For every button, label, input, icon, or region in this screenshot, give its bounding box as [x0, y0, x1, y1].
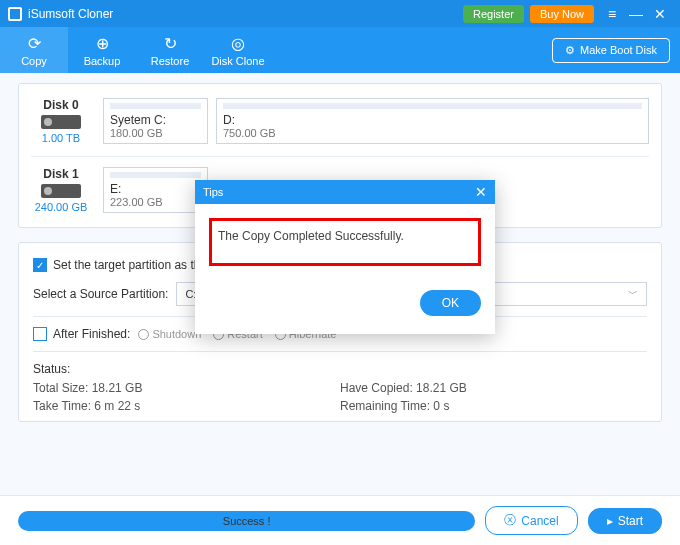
cancel-label: Cancel: [521, 514, 558, 528]
partitions: Syetem C: 180.00 GB D: 750.00 GB: [103, 98, 649, 144]
disk-info: Disk 0 1.00 TB: [31, 98, 91, 144]
after-finished-label: After Finished:: [53, 327, 130, 341]
partition-name: D:: [223, 113, 642, 127]
partition-d[interactable]: D: 750.00 GB: [216, 98, 649, 144]
tab-backup[interactable]: ⊕ Backup: [68, 27, 136, 73]
set-target-checkbox[interactable]: ✓: [33, 258, 47, 272]
partition-size: 180.00 GB: [110, 127, 201, 139]
radio-label: Shutdown: [152, 328, 201, 340]
dialog-title: Tips: [203, 186, 223, 198]
partition-bar: [110, 172, 201, 178]
start-button[interactable]: ▸Start: [588, 508, 662, 534]
tab-restore[interactable]: ↻ Restore: [136, 27, 204, 73]
tab-label: Restore: [151, 55, 190, 67]
disk-size: 240.00 GB: [31, 201, 91, 213]
tips-dialog: Tips ✕ The Copy Completed Successfully. …: [195, 180, 495, 334]
dialog-titlebar: Tips ✕: [195, 180, 495, 204]
boot-disk-label: Make Boot Disk: [580, 44, 657, 56]
restore-icon: ↻: [164, 34, 177, 53]
status-total-size: Total Size: 18.21 GB: [33, 381, 340, 395]
play-icon: ▸: [607, 514, 613, 528]
tab-copy[interactable]: ⟳ Copy: [0, 27, 68, 73]
tab-label: Copy: [21, 55, 47, 67]
register-button[interactable]: Register: [463, 5, 524, 23]
partition-size: 223.00 GB: [110, 196, 201, 208]
svg-rect-0: [10, 9, 20, 19]
dialog-ok-button[interactable]: OK: [420, 290, 481, 316]
tab-label: Disk Clone: [211, 55, 264, 67]
progress-text: Success !: [223, 515, 271, 527]
disk-label: Disk 1: [31, 167, 91, 181]
status-label: Status:: [33, 357, 647, 381]
cancel-icon: ⓧ: [504, 512, 516, 529]
status-remaining: Remaining Time: 0 s: [340, 399, 647, 413]
minimize-icon[interactable]: —: [624, 2, 648, 26]
partition-c[interactable]: Syetem C: 180.00 GB: [103, 98, 208, 144]
status-take-time: Take Time: 6 m 22 s: [33, 399, 340, 413]
dialog-close-icon[interactable]: ✕: [475, 184, 487, 200]
partition-bar: [110, 103, 201, 109]
disk-clone-icon: ◎: [231, 34, 245, 53]
app-logo-icon: [8, 7, 22, 21]
select-source-label: Select a Source Partition:: [33, 287, 168, 301]
partition-e[interactable]: E: 223.00 GB: [103, 167, 208, 213]
close-icon[interactable]: ✕: [648, 2, 672, 26]
titlebar: iSumsoft Cloner Register Buy Now ≡ — ✕: [0, 0, 680, 27]
dialog-body: The Copy Completed Successfully. OK: [195, 204, 495, 334]
radio-icon: [138, 329, 149, 340]
divider: [33, 351, 647, 352]
disk-label: Disk 0: [31, 98, 91, 112]
progress-bar: Success !: [18, 511, 475, 531]
gear-icon: ⚙: [565, 44, 575, 57]
disk-info: Disk 1 240.00 GB: [31, 167, 91, 213]
buy-now-button[interactable]: Buy Now: [530, 5, 594, 23]
set-target-label: Set the target partition as the b: [53, 258, 217, 272]
chevron-down-icon: ﹀: [628, 287, 638, 301]
after-finished-checkbox[interactable]: [33, 327, 47, 341]
hard-drive-icon: [41, 184, 81, 198]
hard-drive-icon: [41, 115, 81, 129]
status-have-copied: Have Copied: 18.21 GB: [340, 381, 647, 395]
make-boot-disk-button[interactable]: ⚙ Make Boot Disk: [552, 38, 670, 63]
cancel-button[interactable]: ⓧCancel: [485, 506, 577, 535]
tab-label: Backup: [84, 55, 121, 67]
menu-icon[interactable]: ≡: [600, 2, 624, 26]
tab-disk-clone[interactable]: ◎ Disk Clone: [204, 27, 272, 73]
partition-bar: [223, 103, 642, 109]
partition-name: Syetem C:: [110, 113, 201, 127]
partition-size: 750.00 GB: [223, 127, 642, 139]
status-grid: Total Size: 18.21 GB Have Copied: 18.21 …: [33, 381, 647, 413]
disk-size: 1.00 TB: [31, 132, 91, 144]
dialog-highlight: The Copy Completed Successfully.: [209, 218, 481, 266]
start-label: Start: [618, 514, 643, 528]
footer-bar: Success ! ⓧCancel ▸Start: [0, 495, 680, 545]
backup-icon: ⊕: [96, 34, 109, 53]
dialog-message: The Copy Completed Successfully.: [218, 229, 472, 243]
main-tabs: ⟳ Copy ⊕ Backup ↻ Restore ◎ Disk Clone ⚙…: [0, 27, 680, 73]
app-title: iSumsoft Cloner: [28, 7, 463, 21]
disk-row-0: Disk 0 1.00 TB Syetem C: 180.00 GB D: 75…: [31, 92, 649, 150]
refresh-icon: ⟳: [28, 34, 41, 53]
radio-shutdown[interactable]: Shutdown: [138, 328, 201, 340]
partition-name: E:: [110, 182, 201, 196]
